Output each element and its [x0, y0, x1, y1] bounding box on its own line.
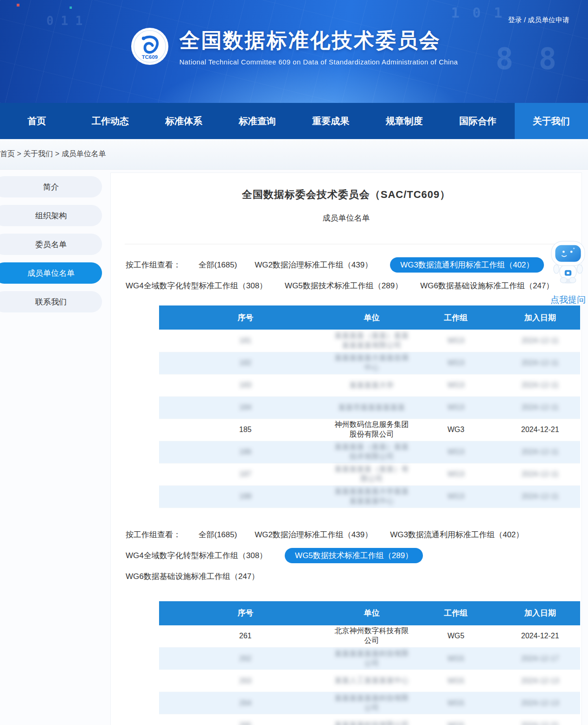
nav-item-label: 标准体系: [165, 115, 202, 127]
cell-workgroup: WG3: [412, 330, 500, 352]
site-subtitle: National Technical Committee 609 on Data…: [179, 58, 458, 66]
table-row: 261 北京神州数字科技有限公司 WG5 2024-12-21: [159, 625, 580, 648]
sidebar-item-label: 组织架构: [35, 210, 67, 221]
table-header-cell: 序号: [159, 305, 332, 330]
nav-item-label: 首页: [27, 115, 46, 127]
filter-item[interactable]: WG6数据基础设施标准工作组（247）: [126, 569, 259, 584]
nav-item[interactable]: 标准查询: [221, 103, 294, 139]
table-row: 183 某某某某大学 WG3 2024-12-11: [159, 374, 580, 396]
nav-item[interactable]: 国际合作: [441, 103, 515, 139]
cell-join-date: 2024-12-13: [500, 670, 580, 692]
sidebar-item-label: 成员单位名单: [27, 268, 75, 279]
sidebar-item[interactable]: 委员名单: [0, 234, 102, 255]
sidebar-item[interactable]: 简介: [0, 176, 102, 197]
table-row: 185 神州数码信息服务集团股份有限公司 WG3 2024-12-21: [159, 419, 580, 441]
table-row: 187 某某某某某（某某）有限公司 WG3 2024-12-11: [159, 463, 580, 485]
filter-item-label: WG4全域数字化转型标准工作组（308）: [126, 551, 267, 560]
filter-item[interactable]: WG5数据技术标准工作组（289）: [285, 278, 403, 293]
cell-unit: 某某某某某（某某）有限公司: [332, 463, 412, 485]
filter-item[interactable]: WG2数据治理标准工作组（439）: [255, 527, 372, 542]
cell-join-date: 2024-12-13: [500, 692, 580, 714]
table-row: 188 某某某某某某大学某某某某某某中心 WG3 2024-12-11: [159, 485, 580, 508]
assistant-label[interactable]: 点我提问: [545, 294, 588, 306]
nav-item-label: 国际合作: [459, 115, 496, 127]
nav-item[interactable]: 规章制度: [368, 103, 441, 139]
cell-join-date: 2024-12-11: [500, 441, 580, 463]
cell-join-date: 2024-12-21: [500, 714, 580, 725]
tc609-logo-icon: TC609: [130, 27, 169, 66]
member-table-wg3: 序号单位工作组加入日期 181 某某某某（某某）某某某某某某有限公司 WG3 2…: [159, 305, 580, 508]
filter-item[interactable]: 全部(1685): [198, 527, 237, 542]
site-brand: TC609 全国数据标准化技术委员会 National Technical Co…: [0, 27, 588, 66]
page: 8 8 1 0 1 0 1 1 登录 / 成员单位申请 TC609 全国数据标准…: [0, 0, 588, 725]
cell-workgroup: WG3: [412, 396, 500, 419]
member-table-wg5: 序号单位工作组加入日期 261 北京神州数字科技有限公司 WG5 2024-12…: [159, 601, 580, 725]
sidebar-item[interactable]: 成员单位名单: [0, 262, 102, 284]
sidebar: 简介 组织架构 委员名单 成员单位名单 联系我们: [0, 176, 102, 320]
cell-seq: 262: [159, 648, 332, 670]
filter-item-label: WG5数据技术标准工作组（289）: [285, 281, 403, 290]
cell-seq: 263: [159, 670, 332, 692]
table-row: 182 某某某某某大某某发展中心 WG3 2024-12-11: [159, 352, 580, 374]
filter-item[interactable]: WG3数据流通利用标准工作组（402）: [390, 257, 544, 273]
cell-unit: 某某某某（某某）某某技术有限公司: [332, 441, 412, 463]
cell-seq: 182: [159, 352, 332, 374]
site-header: 8 8 1 0 1 0 1 1 登录 / 成员单位申请 TC609 全国数据标准…: [0, 0, 588, 103]
cell-workgroup: WG5: [412, 670, 500, 692]
filter-item[interactable]: WG3数据流通利用标准工作组（402）: [390, 527, 524, 542]
filter-item[interactable]: WG4全域数字化转型标准工作组（308）: [126, 278, 267, 293]
filter-item-label: WG5数据技术标准工作组（289）: [295, 551, 413, 560]
sidebar-item[interactable]: 组织架构: [0, 205, 102, 226]
cell-unit: 某某市某某某某某某: [332, 396, 412, 419]
nav-item-label: 重要成果: [312, 115, 349, 127]
sidebar-item[interactable]: 联系我们: [0, 291, 102, 312]
cell-unit: 某某某某某某科技有限公司: [332, 648, 412, 670]
cell-join-date: 2024-12-17: [500, 648, 580, 670]
filter-item[interactable]: 全部(1685): [198, 257, 237, 273]
filter-label: 按工作组查看：: [126, 529, 181, 540]
filter-item-label: 全部(1685): [198, 530, 237, 539]
cell-workgroup: WG5: [412, 648, 500, 670]
cell-workgroup: WG3: [412, 441, 500, 463]
sidebar-item-label: 联系我们: [35, 297, 67, 307]
table-row: 184 某某市某某某某某某 WG3 2024-12-11: [159, 396, 580, 419]
logo-text: TC609: [141, 54, 157, 60]
cell-seq: 187: [159, 463, 332, 485]
filter-section-wg3: 按工作组查看： 全部(1685) WG2数据治理标准工作组（439） WG3数据…: [126, 257, 567, 293]
main-nav: 首页 工作动态 标准体系 标准查询 重要成果 规章制度 国际合作 关于我们: [0, 103, 588, 139]
nav-item[interactable]: 重要成果: [294, 103, 368, 139]
table-row: 181 某某某某（某某）某某某某某某有限公司 WG3 2024-12-11: [159, 330, 580, 352]
cell-seq: 181: [159, 330, 332, 352]
filter-item[interactable]: WG2数据治理标准工作组（439）: [255, 257, 372, 273]
robot-icon: [549, 240, 588, 285]
table-header-cell: 工作组: [412, 305, 500, 330]
filter-item-label: 全部(1685): [198, 261, 237, 269]
cell-join-date: 2024-12-11: [500, 463, 580, 485]
cell-unit: 神州数码信息服务集团股份有限公司: [332, 419, 412, 441]
cell-join-date: 2024-12-11: [500, 352, 580, 374]
nav-item[interactable]: 关于我们: [515, 103, 588, 139]
cell-unit: 某某某某某某科技有限公司: [332, 692, 412, 714]
table-header-cell: 单位: [332, 601, 412, 625]
nav-item-label: 标准查询: [239, 115, 276, 127]
filter-item-label: WG3数据流通利用标准工作组（402）: [400, 261, 534, 269]
filter-item[interactable]: WG4全域数字化转型标准工作组（308）: [126, 548, 267, 563]
filter-item-label: WG6数据基础设施标准工作组（247）: [126, 572, 259, 581]
cell-workgroup: WG5: [412, 692, 500, 714]
nav-item[interactable]: 首页: [0, 103, 74, 139]
filter-item[interactable]: WG5数据技术标准工作组（289）: [285, 548, 423, 563]
sidebar-item-label: 委员名单: [35, 239, 67, 250]
filter-item-label: WG2数据治理标准工作组（439）: [255, 530, 372, 539]
assistant-robot[interactable]: [549, 240, 588, 286]
cell-seq: 188: [159, 485, 332, 508]
table-header-cell: 加入日期: [500, 601, 580, 625]
nav-item[interactable]: 工作动态: [74, 103, 147, 139]
login-link[interactable]: 登录 / 成员单位申请: [508, 16, 569, 25]
cell-unit: 某某某某大学: [332, 374, 412, 396]
decor-digits: 1 0 1: [451, 5, 505, 21]
nav-item-label: 关于我们: [533, 115, 570, 127]
filter-item[interactable]: WG6数据基础设施标准工作组（247）: [420, 278, 554, 293]
breadcrumb[interactable]: 首页 > 关于我们 > 成员单位名单: [0, 139, 588, 170]
nav-item[interactable]: 标准体系: [147, 103, 221, 139]
page-title: 全国数据标委会技术委员会（SAC/TC609）: [111, 188, 582, 202]
